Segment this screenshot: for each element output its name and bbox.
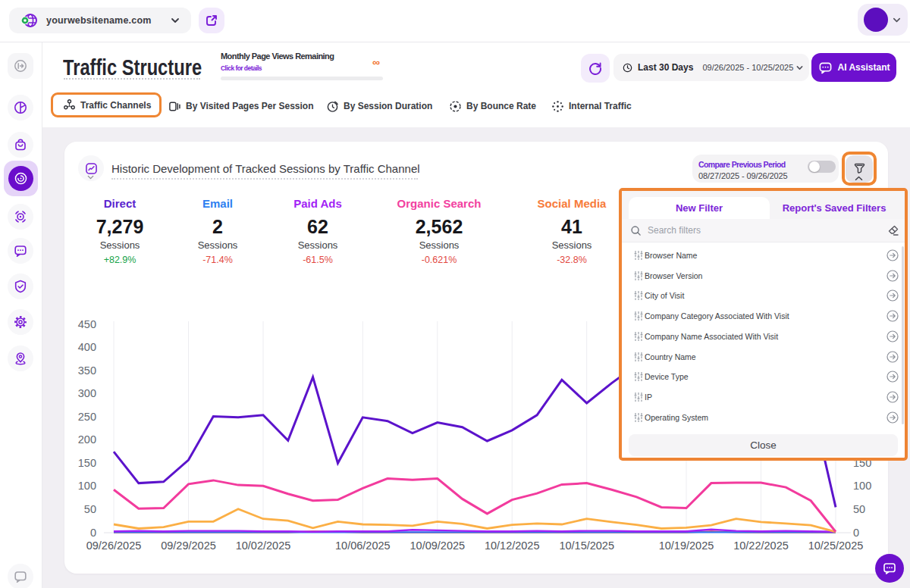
svg-text:10/12/2025: 10/12/2025 bbox=[485, 540, 540, 552]
svg-text:0: 0 bbox=[90, 527, 96, 539]
svg-text:10/19/2025: 10/19/2025 bbox=[659, 540, 714, 552]
svg-text:250: 250 bbox=[78, 411, 96, 423]
svg-text:450: 450 bbox=[78, 318, 96, 330]
svg-text:150: 150 bbox=[78, 457, 96, 469]
svg-text:10/22/2025: 10/22/2025 bbox=[733, 540, 789, 552]
svg-text:400: 400 bbox=[78, 341, 96, 353]
svg-text:50: 50 bbox=[84, 503, 96, 515]
svg-text:50: 50 bbox=[853, 503, 865, 515]
svg-text:0: 0 bbox=[853, 527, 859, 539]
svg-text:300: 300 bbox=[78, 387, 96, 399]
svg-text:100: 100 bbox=[853, 480, 871, 492]
svg-text:100: 100 bbox=[78, 480, 96, 492]
svg-text:200: 200 bbox=[78, 433, 96, 446]
svg-text:10/15/2025: 10/15/2025 bbox=[559, 540, 614, 552]
svg-text:350: 350 bbox=[78, 364, 96, 377]
svg-text:10/02/2025: 10/02/2025 bbox=[236, 540, 291, 552]
svg-text:10/06/2025: 10/06/2025 bbox=[335, 540, 391, 552]
svg-text:09/29/2025: 09/29/2025 bbox=[161, 540, 216, 552]
svg-text:10/25/2025: 10/25/2025 bbox=[808, 540, 864, 552]
svg-text:09/26/2025: 09/26/2025 bbox=[86, 540, 142, 552]
svg-text:10/09/2025: 10/09/2025 bbox=[410, 540, 466, 552]
